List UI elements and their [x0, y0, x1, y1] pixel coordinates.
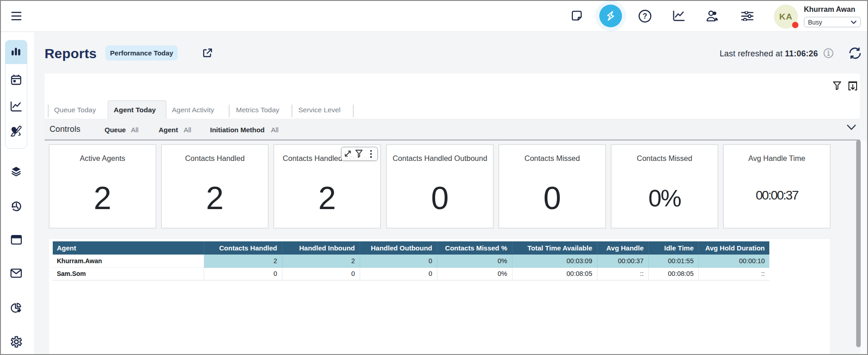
svg-text:?: ?	[643, 12, 647, 20]
